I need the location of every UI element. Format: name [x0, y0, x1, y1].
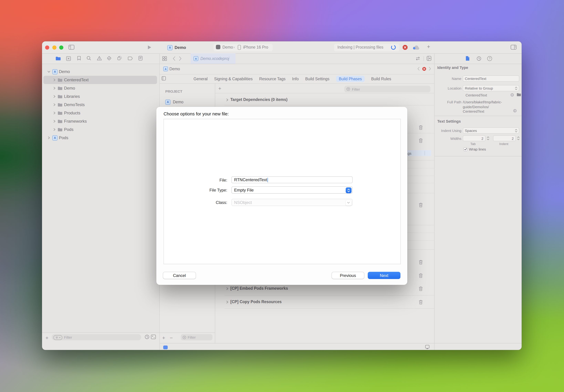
stop-error-badge-icon[interactable]	[402, 45, 408, 50]
add-file-button[interactable]: +	[45, 335, 49, 341]
prev-issue-icon[interactable]	[417, 67, 420, 71]
run-button[interactable]	[147, 45, 151, 50]
disclosure-chevron-icon[interactable]	[53, 120, 56, 123]
navigator-item-centeredtext[interactable]: CenteredText	[43, 76, 157, 84]
navigator-item-frameworks[interactable]: Frameworks	[43, 117, 157, 125]
phase-row-copy-pods[interactable]: [CP] Copy Pods Resources	[215, 297, 434, 307]
phases-filter-field[interactable]: Filter	[344, 86, 430, 92]
tab-build-phases[interactable]: Build Phases	[336, 76, 365, 82]
navigator-item-libraries[interactable]: Libraries	[43, 92, 157, 101]
choose-folder-icon[interactable]	[516, 93, 521, 97]
popup-stepper-icon[interactable]	[346, 187, 352, 193]
phase-row-embed-pods[interactable]: [CP] Embed Pods Frameworks	[215, 284, 434, 294]
indent-width-stepper[interactable]	[517, 135, 520, 141]
test-navigator-icon[interactable]	[107, 56, 111, 61]
indent-width-field[interactable]: 2	[493, 135, 516, 141]
recent-files-filter-icon[interactable]	[145, 335, 150, 339]
file-name-input[interactable]: RTNCenteredText	[231, 176, 353, 183]
cancel-button[interactable]: Cancel	[163, 272, 196, 279]
navigator-item-pods-folder[interactable]: Pods	[43, 125, 157, 134]
delete-phase-icon[interactable]	[419, 300, 423, 305]
back-icon[interactable]	[173, 56, 176, 61]
project-item-demo[interactable]: A Demo	[162, 98, 213, 105]
disclosure-chevron-icon[interactable]	[226, 98, 229, 101]
tab-info[interactable]: Info	[292, 77, 299, 81]
cloud-status-icon[interactable]	[413, 45, 419, 50]
navigator-item-demotests[interactable]: DemoTests	[43, 101, 157, 109]
editor-tab[interactable]: A Demo.xcodeproj	[191, 53, 235, 64]
tab-general[interactable]: General	[193, 77, 208, 81]
titlebar[interactable]	[42, 41, 522, 53]
navigator-item-demo-folder[interactable]: Demo	[43, 84, 157, 92]
editor-grid-icon[interactable]	[162, 56, 167, 61]
source-control-navigator-icon[interactable]	[66, 56, 71, 61]
wrap-lines-checkbox[interactable]: Wrap lines	[464, 147, 486, 151]
add-button[interactable]: +	[427, 44, 430, 50]
targets-filter-field[interactable]: Filter	[181, 334, 212, 340]
related-items-icon[interactable]	[162, 76, 166, 81]
delete-phase-icon[interactable]	[419, 125, 423, 130]
delete-phase-icon[interactable]	[419, 138, 423, 143]
name-field[interactable]: CenteredText	[463, 75, 519, 82]
source-control-filter-icon[interactable]	[151, 335, 156, 339]
disclosure-chevron-icon[interactable]	[53, 87, 56, 90]
issue-navigator-icon[interactable]	[97, 56, 102, 61]
open-path-arrow-icon[interactable]	[513, 109, 517, 113]
clear-group-icon[interactable]	[510, 93, 514, 97]
tab-width-stepper[interactable]	[486, 135, 490, 141]
breakpoint-navigator-icon[interactable]	[128, 56, 133, 60]
tab-width-field[interactable]: 2	[463, 135, 485, 141]
disclosure-chevron-icon[interactable]	[226, 301, 229, 304]
close-window-button[interactable]	[45, 45, 49, 49]
tab-build-settings[interactable]: Build Settings	[305, 77, 330, 81]
navigator-item-demo-project[interactable]: A Demo	[43, 68, 157, 76]
scheme-name[interactable]: Demo	[222, 45, 233, 49]
navigator-filter-field[interactable]: Filter	[52, 334, 141, 340]
disclosure-chevron-icon[interactable]	[53, 103, 56, 106]
forward-icon[interactable]	[179, 56, 182, 61]
device-icon[interactable]	[425, 345, 430, 349]
delete-phase-icon[interactable]	[419, 203, 423, 207]
navigator-item-pods-project[interactable]: A Pods	[43, 134, 157, 142]
breadcrumb[interactable]: Demo	[169, 67, 180, 71]
phase-row-target-dependencies[interactable]: Target Dependencies (0 items)	[215, 95, 434, 105]
add-build-phase-button[interactable]: +	[218, 85, 221, 91]
report-navigator-icon[interactable]	[138, 56, 143, 61]
next-issue-icon[interactable]	[429, 67, 431, 71]
disclosure-chevron-icon[interactable]	[53, 112, 56, 114]
debug-navigator-icon[interactable]	[117, 56, 122, 61]
class-combo-box[interactable]: NSObject	[231, 199, 353, 206]
search-navigator-icon[interactable]	[86, 56, 91, 61]
remove-target-button[interactable]: −	[170, 335, 173, 341]
project-navigator-icon[interactable]	[55, 56, 61, 61]
swap-editor-icon[interactable]	[415, 56, 420, 61]
navigator-item-products[interactable]: Products	[43, 109, 157, 117]
toggle-navigator-icon[interactable]	[69, 45, 74, 50]
disclosure-chevron-icon[interactable]	[53, 79, 56, 81]
toggle-inspector-icon[interactable]	[511, 45, 516, 50]
add-editor-icon[interactable]	[426, 56, 431, 61]
tab-build-rules[interactable]: Build Rules	[371, 77, 391, 81]
minimize-window-button[interactable]	[52, 45, 56, 49]
delete-phase-icon[interactable]	[419, 260, 423, 265]
delete-phase-icon[interactable]	[419, 273, 423, 278]
disclosure-chevron-icon[interactable]	[53, 95, 56, 98]
location-popup[interactable]: Relative to Group	[463, 85, 519, 91]
add-target-button[interactable]: +	[162, 335, 165, 341]
bookmark-navigator-icon[interactable]	[77, 56, 81, 61]
breakpoints-toggle-icon[interactable]	[163, 346, 168, 349]
delete-phase-icon[interactable]	[419, 286, 423, 291]
tab-resource-tags[interactable]: Resource Tags	[259, 77, 286, 81]
previous-button[interactable]: Previous	[331, 272, 364, 279]
disclosure-chevron-icon[interactable]	[53, 128, 56, 131]
error-badge-icon[interactable]	[422, 67, 426, 71]
disclosure-chevron-icon[interactable]	[48, 70, 50, 73]
file-inspector-icon[interactable]	[466, 56, 470, 61]
next-button[interactable]: Next	[368, 272, 400, 279]
history-inspector-icon[interactable]	[477, 56, 481, 61]
tab-signing-capabilities[interactable]: Signing & Capabilities	[214, 77, 253, 81]
zoom-window-button[interactable]	[59, 45, 63, 49]
disclosure-chevron-icon[interactable]	[48, 136, 50, 139]
combo-chevron-icon[interactable]	[346, 200, 351, 206]
filter-options-icon[interactable]	[53, 335, 62, 340]
